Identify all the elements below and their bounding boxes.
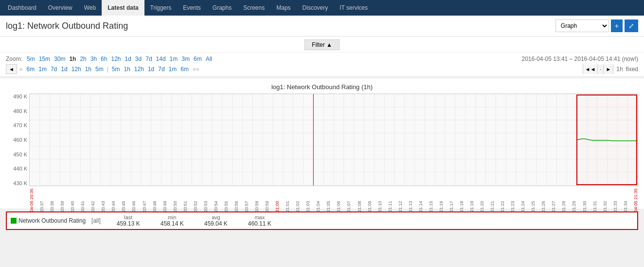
nav-step-1h-right[interactable]: 1h [123,66,132,73]
x-label-2133: 21:33 [613,189,618,212]
chart-container: log1: Network Outbound Rating (1h) 490 K… [0,78,644,209]
filter-toggle[interactable]: Filter ▲ [304,39,340,50]
zoom-12h[interactable]: 12h [109,56,122,62]
nav-web[interactable]: Web [78,0,102,16]
nav-step-7d-right[interactable]: 7d [157,66,166,73]
zoom-15m[interactable]: 15m [37,56,52,62]
zoom-label: Zoom: [6,56,22,62]
zoom-6h[interactable]: 6h [99,56,108,62]
nav-mid-btn[interactable]: · [598,64,604,74]
x-label-2102: 21:02 [295,189,300,212]
x-label-start: 04-05 20:35 [29,189,34,212]
nav-discovery[interactable]: Discovery [297,0,334,16]
zoom-all[interactable]: All [204,56,214,62]
chart-title: log1: Network Outbound Rating (1h) [6,83,638,91]
nav-graphs[interactable]: Graphs [207,0,237,16]
x-label-2132: 21:32 [603,189,608,212]
x-label-2124: 21:24 [520,189,525,212]
nav-dashboard[interactable]: Dashboard [2,0,42,16]
nav-step-6m-right[interactable]: 6m [179,66,190,73]
nav-step-1d-right[interactable]: 1d [146,66,156,73]
prev-button[interactable]: ◄ [6,64,17,74]
zoom-6m[interactable]: 6m [192,56,203,62]
zoom-1m[interactable]: 1m [168,56,179,62]
x-label-2055: 20:55 [224,189,229,212]
x-label-2121: 21:21 [490,189,495,212]
x-label-2054: 20:54 [214,189,218,212]
zoom-14d[interactable]: 14d [155,56,167,62]
x-label-2110: 21:10 [377,189,382,212]
zoom-row: Zoom: 5m 15m 30m 1h 2h 3h 6h 12h 1d 3d 7… [6,56,638,62]
zoom-1h[interactable]: 1h [68,56,77,62]
nav-step-7d-left[interactable]: 7d [49,66,58,73]
nav-step-12h-left[interactable]: 12h [70,66,83,73]
x-label-2049: 20:49 [162,189,167,212]
x-label-2052: 20:52 [193,189,198,212]
x-label-2118: 21:18 [459,189,464,212]
x-label-2107: 21:07 [346,189,351,212]
x-label-2116: 21:16 [439,189,444,212]
nav-triggers[interactable]: Triggers [144,0,178,16]
x-label-2039: 20:39 [60,189,65,212]
chart-svg[interactable] [29,94,638,186]
x-label-2042: 20:42 [90,189,95,212]
x-label-2101: 21:01 [285,189,290,212]
fixed-label: fixed [626,66,638,73]
nav-step-12h-right[interactable]: 12h [133,66,145,73]
expand-button[interactable]: ⤢ [625,19,638,32]
x-label-2038: 20:38 [50,189,54,212]
zoom-7d[interactable]: 7d [144,56,153,62]
x-label-2130: 21:30 [582,189,587,212]
x-label-2100: 21:00 [275,189,280,212]
zoom-3d[interactable]: 3d [134,56,143,62]
page-header: log1: Network Outbound Rating Graph + ⤢ [0,16,644,37]
nav-step-1h-left[interactable]: 1h [84,66,93,73]
date-range: 2016-04-05 13:41 – 2016-04-05 14:41 (now… [521,56,638,62]
x-label-2043: 20:43 [101,189,106,212]
y-label-460: 460 K [6,137,27,143]
filter-bar: Filter ▲ [0,37,644,53]
x-label-2128: 21:28 [561,189,566,212]
nav-next-btn[interactable]: ► [604,64,613,74]
nav-left: ◄ « 6m 1m 7d 1d 12h 1h 5m | 5m 1h 12h 1d… [6,64,200,74]
header-controls: Graph + ⤢ [555,19,638,32]
nav-overview[interactable]: Overview [42,0,78,16]
nav-step-6m-left[interactable]: 6m [25,66,36,73]
y-axis: 490 K 480 K 470 K 460 K 450 K 440 K 430 … [6,94,29,186]
zoom-2h[interactable]: 2h [78,56,88,62]
zoom-30m[interactable]: 30m [53,56,67,62]
graph-type-select[interactable]: Graph [555,19,609,32]
x-label-2113: 21:13 [408,189,413,212]
x-label-2051: 20:51 [183,189,188,212]
nav-right: ◄◄ · ► 1h fixed [583,64,638,74]
zoom-5m[interactable]: 5m [25,56,36,62]
x-label-2129: 21:29 [572,189,576,212]
x-label-2120: 21:20 [480,189,484,212]
page-title: log1: Network Outbound Rating [6,21,128,31]
nav-step-5m-left[interactable]: 5m [94,66,105,73]
zoom-area: Zoom: 5m 15m 30m 1h 2h 3h 6h 12h 1d 3d 7… [0,53,644,76]
chart-area: 490 K 480 K 470 K 460 K 450 K 440 K 430 … [6,94,638,206]
nav-maps[interactable]: Maps [270,0,296,16]
zoom-1d[interactable]: 1d [124,56,133,62]
nav-prev-prev-btn[interactable]: ◄◄ [583,64,598,74]
add-button[interactable]: + [611,19,623,32]
nav-step-end[interactable]: »» [191,66,200,73]
x-label-2106: 21:06 [336,189,341,212]
nav-step-1m-left[interactable]: 1m [37,66,48,73]
nav-screens[interactable]: Screens [237,0,270,16]
zoom-3m[interactable]: 3m [180,56,191,62]
nav-it-services[interactable]: IT services [334,0,374,16]
nav-events[interactable]: Events [177,0,207,16]
x-label-2045: 20:45 [121,189,126,212]
x-label-2058: 20:58 [254,189,259,212]
zoom-3h[interactable]: 3h [89,56,98,62]
x-label-2117: 21:17 [449,189,454,212]
nav-step-5m-right[interactable]: 5m [110,66,122,73]
nav-step-1d-left[interactable]: 1d [59,66,69,73]
nav-latest-data[interactable]: Latest data [102,0,144,16]
y-label-440: 440 K [6,166,27,172]
nav-step-1m-right[interactable]: 1m [167,66,179,73]
nav-step-start[interactable]: « [18,66,24,73]
legend-color-box [11,218,17,224]
